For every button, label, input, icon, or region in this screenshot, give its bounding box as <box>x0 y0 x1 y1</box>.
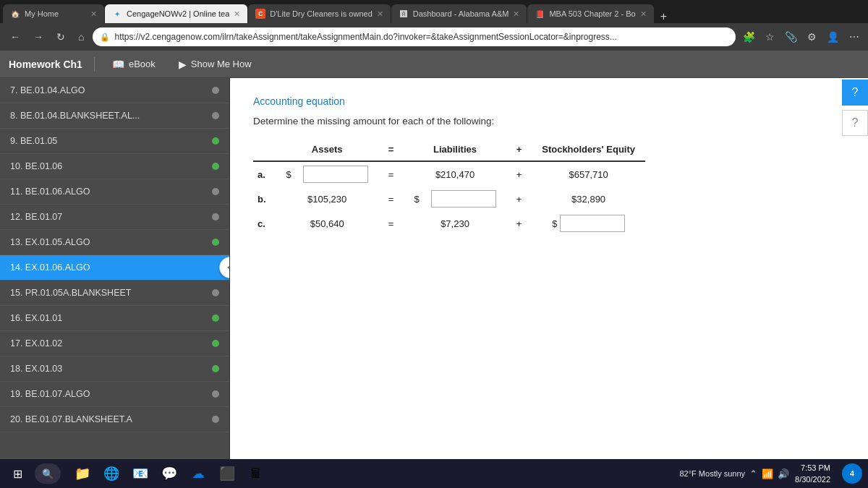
row-a-label: a. <box>253 161 276 187</box>
sidebar-item-9[interactable]: 9. BE.01.05 <box>0 129 229 154</box>
table-row-c: c. $50,640 = $7,230 + $ <box>253 211 645 236</box>
row-a-equals: = <box>378 161 404 187</box>
weather-icon: 82°F Mostly sunny <box>679 469 745 478</box>
tab-close-home[interactable]: ✕ <box>90 9 97 19</box>
col-assets-header: Assets <box>276 141 378 161</box>
tab-dlite[interactable]: C D'Lite Dry Cleaners is owned ✕ <box>248 4 391 23</box>
taskbar-icon-files[interactable]: 📁 <box>69 461 95 487</box>
nav-bar: ← → ↻ ⌂ 🔒 https://v2.cengagenow.com/ilrn… <box>0 23 868 51</box>
tab-icon-dashboard: 🅰 <box>399 9 409 19</box>
sidebar-item-12[interactable]: 12. BE.01.07 <box>0 205 229 230</box>
home-button[interactable]: ⌂ <box>74 28 88 46</box>
url-bar[interactable]: 🔒 https://v2.cengagenow.com/ilrn/takeAss… <box>93 27 736 46</box>
taskbar-icon-office[interactable]: ⬛ <box>214 461 240 487</box>
more-icon[interactable]: ⋯ <box>846 28 862 46</box>
forward-button[interactable]: → <box>29 28 48 46</box>
col-row-label <box>253 141 276 161</box>
sidebar-item-7[interactable]: 7. BE.01.04.ALGO <box>0 78 229 103</box>
taskbar: ⊞ 🔍 📁 🌐 📧 💬 ☁ ⬛ 🖩 82°F Mostly sunny ⌃ 📶 … <box>0 459 868 488</box>
start-button[interactable]: ⊞ <box>6 462 29 485</box>
row-c-plus: + <box>506 211 532 236</box>
row-a-equity-value: $657,710 <box>532 161 645 187</box>
settings-icon[interactable]: ⚙ <box>804 28 820 46</box>
sidebar-item-18[interactable]: 18. EX.01.03 <box>0 356 229 382</box>
sidebar-item-8[interactable]: 8. BE.01.04.BLANKSHEET.AL... <box>0 103 229 129</box>
tray-chevron[interactable]: ⌃ <box>749 468 757 479</box>
notification-badge[interactable]: 4 <box>842 463 862 484</box>
tab-dashboard[interactable]: 🅰 Dashboard - Alabama A&M ✕ <box>391 4 527 23</box>
toolbar-separator <box>94 57 95 72</box>
back-button[interactable]: ← <box>6 28 25 46</box>
help-button-2[interactable]: ? <box>842 110 868 136</box>
show-me-how-label: Show Me How <box>191 59 252 69</box>
sidebar-item-dot-16 <box>212 314 219 322</box>
row-b-assets-value: $105,230 <box>276 187 378 211</box>
sidebar-item-19[interactable]: 19. BE.01.07.ALGO <box>0 382 229 407</box>
sidebar: 7. BE.01.04.ALGO 8. BE.01.04.BLANKSHEET.… <box>0 78 230 488</box>
sidebar-item-label-14: 14. EX.01.06.ALGO <box>10 262 212 273</box>
profile-icon[interactable]: 👤 <box>824 28 842 46</box>
tray-network[interactable]: 📶 <box>762 468 773 479</box>
taskbar-clock[interactable]: 7:53 PM 8/30/2022 <box>795 462 836 486</box>
sidebar-collapse-button[interactable]: < <box>219 257 230 278</box>
taskbar-icon-calc[interactable]: 🖩 <box>243 461 269 487</box>
new-tab-button[interactable]: + <box>655 10 673 23</box>
sidebar-item-14[interactable]: 14. EX.01.06.ALGO < <box>0 255 229 281</box>
sidebar-item-20[interactable]: 20. BE.01.07.BLANKSHEET.A <box>0 407 229 432</box>
right-sidebar: ? ? <box>842 80 868 136</box>
refresh-button[interactable]: ↻ <box>52 28 69 46</box>
row-a-assets-cell <box>293 161 378 187</box>
browser-chrome: 🏠 My Home ✕ ✦ CengageNOWv2 | Online tea … <box>0 0 868 51</box>
show-me-how-button[interactable]: ▶ Show Me How <box>173 56 258 73</box>
tab-title-mba: MBA 503 Chapter 2 - Bo <box>549 9 635 18</box>
tab-title-dashboard: Dashboard - Alabama A&M <box>413 9 509 18</box>
taskbar-icon-teams[interactable]: 💬 <box>156 461 182 487</box>
favorites-icon[interactable]: ☆ <box>762 28 778 46</box>
sidebar-item-17[interactable]: 17. EX.01.02 <box>0 331 229 356</box>
sidebar-item-dot-10 <box>212 163 219 170</box>
sidebar-item-13[interactable]: 13. EX.01.05.ALGO <box>0 230 229 255</box>
help-button-1[interactable]: ? <box>842 80 868 106</box>
extensions-icon[interactable]: 🧩 <box>740 28 758 46</box>
row-b-equity-value: $32,890 <box>532 187 645 211</box>
row-b-liabilities-cell <box>421 187 506 211</box>
taskbar-icon-mail[interactable]: 📧 <box>127 461 153 487</box>
sidebar-item-10[interactable]: 10. BE.01.06 <box>0 154 229 179</box>
tab-mba[interactable]: 📕 MBA 503 Chapter 2 - Bo ✕ <box>527 4 653 23</box>
row-c-equity-cell: $ <box>532 211 645 236</box>
row-c-equity-input[interactable] <box>560 215 625 232</box>
sidebar-item-dot-17 <box>212 340 219 347</box>
sidebar-item-16[interactable]: 16. EX.01.01 <box>0 306 229 331</box>
tab-close-dlite[interactable]: ✕ <box>377 9 383 19</box>
row-b-label: b. <box>253 187 276 211</box>
sidebar-item-label-7: 7. BE.01.04.ALGO <box>10 85 212 95</box>
sidebar-item-dot-15 <box>212 289 219 296</box>
taskbar-icon-onedrive[interactable]: ☁ <box>185 461 211 487</box>
row-b-liabilities-dollar: $ <box>404 187 420 211</box>
main-content: 7. BE.01.04.ALGO 8. BE.01.04.BLANKSHEET.… <box>0 78 868 488</box>
tab-close-mba[interactable]: ✕ <box>640 9 647 19</box>
row-b-liabilities-input[interactable] <box>431 190 496 207</box>
collections-icon[interactable]: 📎 <box>782 28 800 46</box>
sidebar-item-label-13: 13. EX.01.05.ALGO <box>10 237 212 247</box>
sidebar-item-dot-7 <box>212 87 219 94</box>
taskbar-pinned-icons: 📁 🌐 📧 💬 ☁ ⬛ 🖩 <box>69 461 269 487</box>
tab-close-dashboard[interactable]: ✕ <box>513 9 519 19</box>
sidebar-item-dot-12 <box>212 213 219 221</box>
ebook-button[interactable]: 📖 eBook <box>106 56 161 73</box>
row-a-assets-input[interactable] <box>303 166 368 183</box>
tab-close-cengage[interactable]: ✕ <box>234 9 240 19</box>
row-a-liabilities-value: $210,470 <box>404 161 506 187</box>
sidebar-item-11[interactable]: 11. BE.01.06.ALGO <box>0 179 229 205</box>
col-equals-header: = <box>378 141 404 161</box>
clock-time: 7:53 PM <box>795 462 830 474</box>
homework-title: Homework Ch1 <box>9 59 82 70</box>
taskbar-icon-edge[interactable]: 🌐 <box>98 461 124 487</box>
tab-cengage[interactable]: ✦ CengageNOWv2 | Online tea ✕ <box>105 4 247 23</box>
sidebar-item-label-18: 18. EX.01.03 <box>10 364 212 374</box>
sidebar-item-label-20: 20. BE.01.07.BLANKSHEET.A <box>10 414 212 424</box>
sidebar-item-15[interactable]: 15. PR.01.05A.BLANKSHEET <box>0 281 229 306</box>
tab-my-home[interactable]: 🏠 My Home ✕ <box>3 4 104 23</box>
tray-sound[interactable]: 🔊 <box>778 468 789 479</box>
taskbar-search-button[interactable]: 🔍 <box>35 463 61 484</box>
